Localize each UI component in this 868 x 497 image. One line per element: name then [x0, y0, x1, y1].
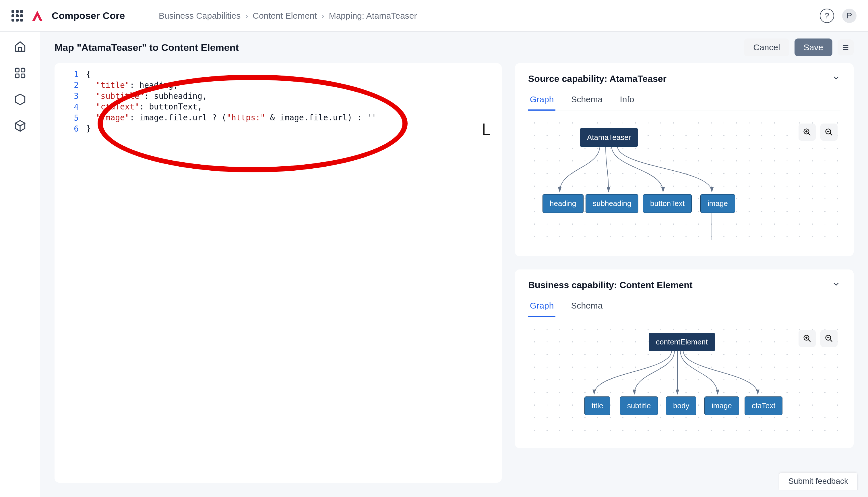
- sidebar: [0, 32, 40, 497]
- chevron-right-icon: ›: [322, 11, 324, 21]
- source-graph[interactable]: AtamaTeaser heading subheading buttonTex…: [528, 117, 840, 246]
- chevron-down-icon[interactable]: [832, 280, 840, 290]
- business-tabs: Graph Schema: [528, 297, 840, 317]
- line-gutter: 1 2 3 4 5 6: [55, 69, 86, 134]
- apps-grid-icon[interactable]: [12, 10, 23, 22]
- page-title: Map "AtamaTeaser" to Content Element: [55, 42, 239, 53]
- home-icon[interactable]: [14, 40, 26, 53]
- svg-rect-3: [21, 74, 25, 78]
- app-name: Composer Core: [52, 10, 125, 21]
- code-editor[interactable]: 1 2 3 4 5 6 { "title": heading, "subtitl…: [55, 69, 502, 134]
- graph-node-title[interactable]: title: [584, 396, 610, 415]
- save-button[interactable]: Save: [795, 39, 833, 56]
- svg-rect-0: [15, 68, 19, 72]
- cancel-button[interactable]: Cancel: [744, 39, 789, 56]
- tab-info[interactable]: Info: [618, 90, 636, 111]
- submit-feedback-button[interactable]: Submit feedback: [779, 472, 858, 490]
- capabilities-icon[interactable]: [14, 67, 26, 79]
- source-panel-title: Source capability: AtamaTeaser: [528, 73, 666, 84]
- graph-node-root[interactable]: contentElement: [649, 333, 715, 351]
- text-cursor: [483, 124, 490, 135]
- graph-node-image[interactable]: image: [704, 396, 739, 415]
- graph-node-image[interactable]: image: [701, 194, 735, 213]
- svg-rect-1: [21, 68, 25, 72]
- business-panel-title: Business capability: Content Element: [528, 280, 693, 290]
- zoom-in-icon[interactable]: [798, 330, 816, 347]
- graph-edges: [528, 117, 840, 246]
- app-logo[interactable]: [31, 10, 44, 22]
- zoom-out-icon[interactable]: [820, 330, 838, 347]
- breadcrumb-mapping[interactable]: Mapping: AtamaTeaser: [329, 11, 417, 21]
- svg-line-16: [808, 340, 811, 342]
- zoom-out-icon[interactable]: [820, 124, 838, 141]
- tab-schema[interactable]: Schema: [569, 297, 604, 317]
- menu-icon[interactable]: [838, 39, 854, 55]
- svg-line-20: [830, 340, 833, 342]
- page-header: Map "AtamaTeaser" to Content Element Can…: [40, 32, 868, 63]
- breadcrumb-content-element[interactable]: Content Element: [253, 11, 317, 21]
- graph-node-buttontext[interactable]: buttonText: [643, 194, 692, 213]
- chevron-down-icon[interactable]: [832, 73, 840, 84]
- help-icon[interactable]: ?: [820, 9, 834, 23]
- code-lines[interactable]: { "title": heading, "subtitle": subheadi…: [86, 69, 502, 134]
- avatar[interactable]: P: [842, 9, 856, 23]
- hexagon-icon[interactable]: [14, 93, 26, 106]
- graph-node-ctatext[interactable]: ctaText: [745, 396, 782, 415]
- breadcrumb: Business Capabilities › Content Element …: [159, 11, 417, 21]
- graph-node-root[interactable]: AtamaTeaser: [580, 128, 638, 147]
- source-tabs: Graph Schema Info: [528, 90, 840, 111]
- graph-node-heading[interactable]: heading: [543, 194, 584, 213]
- source-capability-panel: Source capability: AtamaTeaser Graph Sch…: [515, 63, 854, 256]
- chevron-right-icon: ›: [245, 11, 248, 21]
- graph-node-body[interactable]: body: [666, 396, 696, 415]
- business-graph[interactable]: contentElement title subtitle body image…: [528, 323, 840, 438]
- zoom-in-icon[interactable]: [798, 124, 816, 141]
- svg-rect-2: [15, 74, 19, 78]
- svg-line-13: [830, 133, 833, 136]
- graph-node-subheading[interactable]: subheading: [586, 194, 638, 213]
- top-bar: Composer Core Business Capabilities › Co…: [0, 0, 868, 32]
- code-editor-panel: 1 2 3 4 5 6 { "title": heading, "subtitl…: [55, 63, 502, 483]
- tab-graph[interactable]: Graph: [528, 297, 555, 317]
- svg-line-9: [808, 133, 811, 136]
- business-capability-panel: Business capability: Content Element Gra…: [515, 269, 854, 448]
- cube-icon[interactable]: [14, 119, 26, 132]
- tab-schema[interactable]: Schema: [569, 90, 604, 111]
- graph-node-subtitle[interactable]: subtitle: [620, 396, 658, 415]
- breadcrumb-business-capabilities[interactable]: Business Capabilities: [159, 11, 240, 21]
- tab-graph[interactable]: Graph: [528, 90, 555, 111]
